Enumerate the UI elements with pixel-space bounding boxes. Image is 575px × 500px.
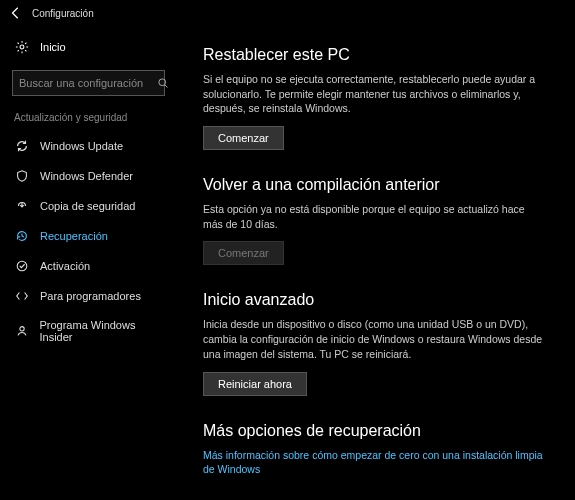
sidebar-item-activation[interactable]: Activación <box>6 251 175 281</box>
sidebar-item-insider[interactable]: Programa Windows Insider <box>6 311 175 351</box>
backup-icon <box>14 199 30 213</box>
sidebar-item-label: Copia de seguridad <box>40 200 135 212</box>
svg-point-4 <box>20 327 24 331</box>
sidebar-item-windows-update[interactable]: Windows Update <box>6 131 175 161</box>
svg-line-2 <box>165 85 168 88</box>
sidebar-item-backup[interactable]: Copia de seguridad <box>6 191 175 221</box>
window-title: Configuración <box>32 8 94 19</box>
person-icon <box>14 324 29 338</box>
section-title: Inicio avanzado <box>203 291 557 309</box>
history-icon <box>14 229 30 243</box>
rollback-start-button: Comenzar <box>203 241 284 265</box>
sidebar-item-label: Activación <box>40 260 90 272</box>
sidebar-group-label: Actualización y seguridad <box>6 106 175 131</box>
check-circle-icon <box>14 259 30 273</box>
sidebar-item-label: Windows Defender <box>40 170 133 182</box>
home-nav[interactable]: Inicio <box>6 34 175 60</box>
svg-point-1 <box>159 79 166 86</box>
search-box[interactable] <box>12 70 165 96</box>
section-reset: Restablecer este PC Si el equipo no se e… <box>203 46 557 150</box>
sidebar-item-label: Windows Update <box>40 140 123 152</box>
section-rollback: Volver a una compilación anterior Esta o… <box>203 176 557 265</box>
home-label: Inicio <box>40 41 66 53</box>
code-icon <box>14 289 30 303</box>
section-title: Volver a una compilación anterior <box>203 176 557 194</box>
svg-point-3 <box>17 261 27 271</box>
gear-icon <box>14 40 30 54</box>
sidebar-item-label: Programa Windows Insider <box>39 319 167 343</box>
reset-start-button[interactable]: Comenzar <box>203 126 284 150</box>
sync-icon <box>14 139 30 153</box>
back-button[interactable] <box>4 1 28 25</box>
section-desc: Esta opción ya no está disponible porque… <box>203 202 543 231</box>
search-icon <box>157 77 169 89</box>
sidebar-item-recovery[interactable]: Recuperación <box>6 221 175 251</box>
section-title: Restablecer este PC <box>203 46 557 64</box>
section-advanced-startup: Inicio avanzado Inicia desde un disposit… <box>203 291 557 395</box>
restart-now-button[interactable]: Reiniciar ahora <box>203 372 307 396</box>
sidebar-item-label: Para programadores <box>40 290 141 302</box>
svg-point-0 <box>20 45 24 49</box>
fresh-start-link[interactable]: Más información sobre cómo empezar de ce… <box>203 448 543 477</box>
section-desc: Inicia desde un dispositivo o disco (com… <box>203 317 543 361</box>
sidebar-item-label: Recuperación <box>40 230 108 242</box>
sidebar: Inicio Actualización y seguridad Windows… <box>0 26 175 500</box>
section-more-options: Más opciones de recuperación Más informa… <box>203 422 557 477</box>
section-desc: Si el equipo no se ejecuta correctamente… <box>203 72 543 116</box>
section-title: Más opciones de recuperación <box>203 422 557 440</box>
sidebar-item-defender[interactable]: Windows Defender <box>6 161 175 191</box>
shield-icon <box>14 169 30 183</box>
content-area: Restablecer este PC Si el equipo no se e… <box>175 26 575 500</box>
search-input[interactable] <box>19 77 157 89</box>
sidebar-item-developers[interactable]: Para programadores <box>6 281 175 311</box>
